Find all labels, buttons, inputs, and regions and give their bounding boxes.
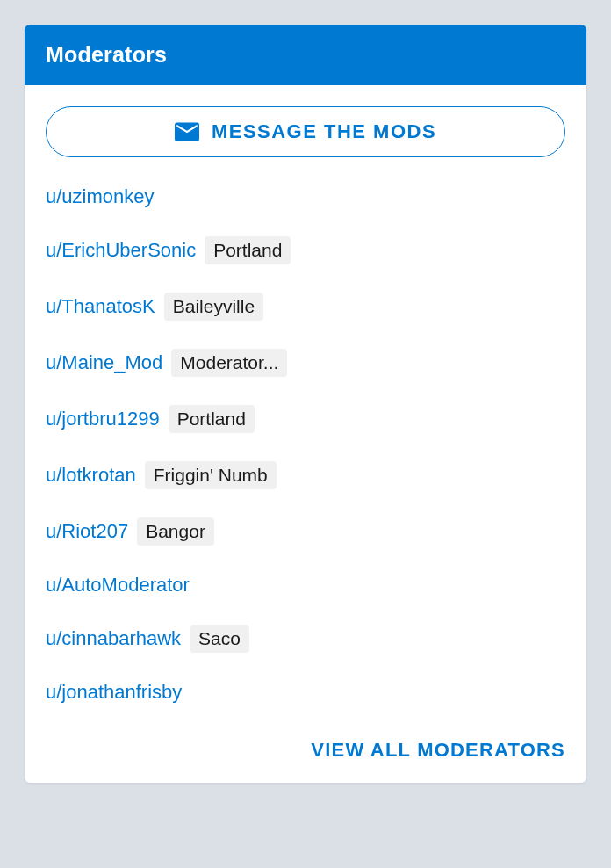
moderator-row: u/uzimonkey: [46, 185, 565, 208]
moderator-row: u/Maine_Mod Moderator...: [46, 349, 565, 377]
moderator-row: u/AutoModerator: [46, 574, 565, 597]
moderator-flair: Moderator...: [171, 349, 287, 377]
moderator-username[interactable]: u/jortbru1299: [46, 408, 160, 430]
view-all-moderators-button[interactable]: VIEW ALL MODERATORS: [311, 739, 565, 762]
moderator-row: u/ThanatosK Baileyville: [46, 293, 565, 321]
card-title: Moderators: [46, 42, 565, 68]
moderator-username[interactable]: u/jonathanfrisby: [46, 681, 182, 704]
moderator-username[interactable]: u/Riot207: [46, 520, 128, 543]
moderator-flair: Bangor: [137, 517, 214, 546]
moderator-row: u/cinnabarhawk Saco: [46, 625, 565, 653]
moderator-list: u/uzimonkey u/ErichUberSonic Portland u/…: [46, 185, 565, 704]
moderator-username[interactable]: u/ThanatosK: [46, 295, 155, 318]
envelope-icon: [175, 119, 199, 144]
moderator-username[interactable]: u/uzimonkey: [46, 185, 155, 208]
card-body: MESSAGE THE MODS u/uzimonkey u/ErichUber…: [25, 85, 586, 783]
moderator-row: u/Riot207 Bangor: [46, 517, 565, 546]
moderator-flair: Baileyville: [164, 293, 263, 321]
moderator-flair: Saco: [190, 625, 249, 653]
moderator-username[interactable]: u/ErichUberSonic: [46, 239, 196, 262]
message-mods-label: MESSAGE THE MODS: [212, 120, 436, 143]
moderator-username[interactable]: u/AutoModerator: [46, 574, 190, 597]
moderator-username[interactable]: u/lotkrotan: [46, 464, 136, 487]
moderator-row: u/ErichUberSonic Portland: [46, 236, 565, 264]
message-mods-button[interactable]: MESSAGE THE MODS: [46, 106, 565, 157]
moderator-flair: Friggin' Numb: [145, 461, 277, 489]
card-footer: VIEW ALL MODERATORS: [46, 739, 565, 762]
moderator-flair: Portland: [205, 236, 291, 264]
moderator-flair: Portland: [169, 405, 255, 433]
moderator-row: u/lotkrotan Friggin' Numb: [46, 461, 565, 489]
moderator-row: u/jortbru1299 Portland: [46, 405, 565, 433]
moderator-username[interactable]: u/cinnabarhawk: [46, 627, 181, 650]
moderator-username[interactable]: u/Maine_Mod: [46, 351, 162, 374]
card-header: Moderators: [25, 25, 586, 85]
moderator-row: u/jonathanfrisby: [46, 681, 565, 704]
moderators-card: Moderators MESSAGE THE MODS u/uzimonkey …: [25, 25, 586, 783]
